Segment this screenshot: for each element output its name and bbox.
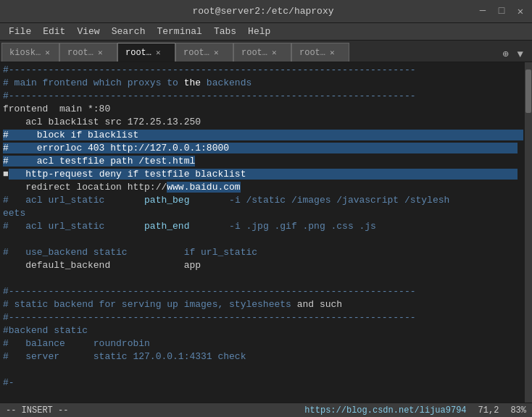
maximize-button[interactable]: □ (496, 5, 507, 17)
new-tab-button[interactable]: ⊕ (499, 46, 511, 62)
line-17: #---------------------------------------… (3, 311, 522, 324)
tab-label: root… (299, 48, 325, 58)
line-14: default_backend app (3, 259, 522, 272)
line-1: #---------------------------------------… (3, 64, 522, 77)
line-11: # acl url_static path_beg -i /static /im… (3, 194, 522, 207)
terminal-content: #---------------------------------------… (0, 62, 525, 417)
tab-label: root… (183, 48, 209, 58)
menubar: File Edit View Search Terminal Tabs Help (0, 23, 532, 41)
menu-help[interactable]: Help (242, 25, 276, 38)
line-19: # balance roundrobin (3, 337, 522, 350)
tabbar: kiosk… ✕ root… ✕ root… ✕ root… ✕ root… ✕… (0, 41, 532, 62)
line-empty3 (3, 363, 522, 376)
line-empty1 (3, 233, 522, 246)
line-18: #backend static (3, 324, 522, 337)
tab-close-1[interactable]: ✕ (98, 48, 103, 57)
terminal[interactable]: #---------------------------------------… (0, 62, 532, 417)
tab-close-5[interactable]: ✕ (330, 48, 335, 57)
line-12: # acl url_static path_end -i .jpg .gif .… (3, 220, 522, 233)
tab-root-5[interactable]: root… ✕ (291, 43, 349, 62)
statusbar: -- INSERT -- https://blog.csdn.net/lijua… (0, 403, 532, 417)
tab-kiosk[interactable]: kiosk… ✕ (1, 43, 59, 62)
line-2: # main frontend which proxys to the back… (3, 77, 522, 90)
minimize-button[interactable]: ─ (477, 5, 489, 17)
line-5: acl blacklist src 172.25.13.250 (3, 116, 522, 129)
scroll-percent: 83% (510, 405, 526, 416)
line-13: # use_backend static if url_static (3, 246, 522, 259)
line-11b: eets (3, 207, 522, 220)
line-4: frontend main *:80 (3, 103, 522, 116)
scrollbar-thumb[interactable] (525, 70, 531, 113)
line-7: # errorloc 403 http://127.0.0.1:8000 (3, 142, 522, 155)
window-title: root@server2:/etc/haproxy (49, 6, 477, 17)
tab-label: kiosk… (9, 48, 41, 58)
line-3: #---------------------------------------… (3, 90, 522, 103)
scrollbar[interactable] (525, 62, 532, 417)
status-url: https://blog.csdn.net/lijua9794 (304, 405, 466, 416)
menu-search[interactable]: Search (106, 25, 151, 38)
tab-label: root… (241, 48, 267, 58)
tab-close-2[interactable]: ✕ (156, 48, 161, 57)
line-21: #- (3, 376, 522, 389)
tab-root-1[interactable]: root… ✕ (59, 43, 117, 62)
titlebar: root@server2:/etc/haproxy ─ □ ✕ (0, 0, 532, 23)
tab-close-3[interactable]: ✕ (214, 48, 219, 57)
tab-close-4[interactable]: ✕ (272, 48, 277, 57)
line-16: # static backend for serving up images, … (3, 298, 522, 311)
line-6: # block if blacklist (3, 129, 522, 142)
line-9: ■ http-request deny if testfile blacklis… (3, 168, 522, 181)
line-10: redirect location http://www.baidu.com (3, 181, 522, 194)
menu-edit[interactable]: Edit (37, 25, 71, 38)
menu-file[interactable]: File (3, 25, 37, 38)
tab-label: root… (125, 48, 151, 58)
tab-root-2-active[interactable]: root… ✕ (117, 43, 175, 62)
tab-list-button[interactable]: ▼ (515, 47, 526, 62)
menu-view[interactable]: View (71, 25, 105, 38)
vim-mode: -- INSERT -- (6, 405, 68, 416)
tab-root-3[interactable]: root… ✕ (175, 43, 233, 62)
line-empty2 (3, 272, 522, 285)
tab-close-kiosk[interactable]: ✕ (45, 48, 50, 57)
tab-root-4[interactable]: root… ✕ (233, 43, 291, 62)
menu-terminal[interactable]: Terminal (151, 25, 207, 38)
menu-tabs[interactable]: Tabs (208, 25, 242, 38)
cursor-position: 71,2 (478, 405, 499, 416)
line-20: # server static 127.0.0.1:4331 check (3, 350, 522, 363)
close-button[interactable]: ✕ (515, 5, 526, 17)
tab-label: root… (67, 48, 93, 58)
line-15: #---------------------------------------… (3, 285, 522, 298)
line-8: # acl testfile path /test.html (3, 155, 522, 168)
